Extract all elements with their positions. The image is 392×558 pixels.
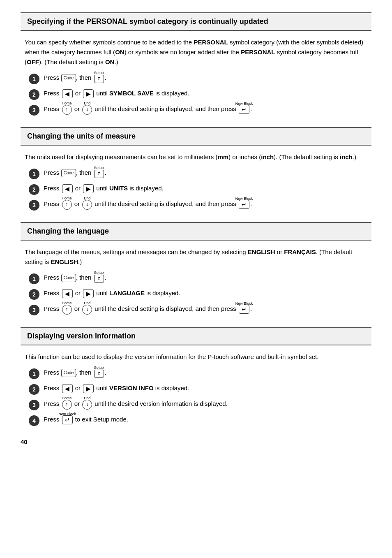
enter-key: New Block ↵ (239, 104, 249, 114)
step-3-units: 3 Press Home ↑ or End ↓ until the desire… (29, 199, 367, 211)
z-setup-key-l1: Setup z (94, 273, 104, 283)
enter-key-l: New Block ↵ (239, 304, 249, 314)
section-version-info: Displaying version information This func… (21, 327, 371, 426)
step-1-units: 1 Press Code, then Setup z . (29, 168, 367, 179)
step-content-3-version: Press Home ↑ or End ↓ until the desired … (44, 399, 367, 410)
right-scroll-key: ▶ (83, 89, 94, 99)
left-scroll-key: ◀ (62, 89, 73, 99)
step-content-1-units: Press Code, then Setup z . (44, 168, 367, 178)
code-key-v1: Code (61, 369, 76, 377)
steps-personal: 1 Press Code, then Setup z . 2 Press ◀ (29, 73, 367, 116)
section-header-units: Changing the units of measure (21, 127, 371, 146)
section-header-language: Changing the language (21, 222, 371, 241)
step-num-2: 2 (29, 89, 39, 100)
section-title-personal: Specifying if the PERSONAL symbol catego… (27, 17, 365, 26)
steps-version: 1 Press Code, then Setup z . 2 Press ◀ (29, 368, 367, 426)
step-num-3-version: 3 (29, 400, 39, 410)
step-num-3-units: 3 (29, 200, 39, 211)
setup-label: Setup (94, 70, 104, 76)
section-header-personal: Specifying if the PERSONAL symbol catego… (21, 12, 371, 31)
step-2-units: 2 Press ◀ or ▶ until UNITS is displayed. (29, 183, 367, 195)
step-num-4-version: 4 (29, 415, 39, 426)
section-body-language: The language of the menus, settings and … (21, 247, 371, 315)
step-num-2-language: 2 (29, 289, 39, 300)
left-scroll-key-l: ◀ (62, 289, 73, 299)
home-arrow-key-l: Home ↑ (62, 304, 72, 314)
section-units-measure: Changing the units of measure The units … (21, 127, 371, 211)
intro-units: The units used for displaying measuremen… (25, 152, 367, 162)
steps-language: 1 Press Code, then Setup z . 2 Press ◀ (29, 273, 367, 315)
right-scroll-key-v: ▶ (83, 384, 94, 394)
intro-personal: You can specify whether symbols continue… (25, 37, 367, 67)
section-body-personal: You can specify whether symbols continue… (21, 37, 371, 116)
code-key-l1: Code (61, 274, 76, 282)
step-num-2-units: 2 (29, 184, 39, 195)
step-content-1-language: Press Code, then Setup z . (44, 273, 367, 283)
end-label: End (84, 100, 90, 106)
home-arrow-key-v: Home ↑ (62, 399, 72, 409)
section-title-units: Changing the units of measure (27, 132, 365, 141)
step-content-2-personal: Press ◀ or ▶ until SYMBOL SAVE is displa… (44, 88, 367, 99)
step-content-3-personal: Press Home ↑ or End ↓ until the desired … (44, 104, 367, 115)
code-key: Code (61, 74, 76, 82)
new-block-label: New Block (235, 101, 253, 107)
z-key: z (94, 75, 104, 83)
z-setup-key-v1: Setup z (94, 368, 104, 378)
step-num-1-language: 1 (29, 273, 39, 284)
right-scroll-key-l: ▶ (83, 289, 94, 299)
end-arrow-key: End ↓ (82, 104, 92, 114)
step-2-personal: 2 Press ◀ or ▶ until SYMBOL SAVE is disp… (29, 88, 367, 100)
step-content-3-units: Press Home ↑ or End ↓ until the desired … (44, 199, 367, 210)
enter-key-u: New Block ↵ (239, 199, 249, 209)
step-3-personal: 3 Press Home ↑ or End ↓ until the desire… (29, 104, 367, 116)
step-num-3-language: 3 (29, 305, 39, 315)
section-language: Changing the language The language of th… (21, 222, 371, 315)
section-title-version: Displaying version information (27, 332, 365, 340)
home-arrow-key-u: Home ↑ (62, 199, 72, 209)
left-scroll-key-u: ◀ (62, 184, 73, 194)
step-content-2-units: Press ◀ or ▶ until UNITS is displayed. (44, 183, 367, 194)
step-num-1: 1 (29, 74, 39, 84)
step-content-2-language: Press ◀ or ▶ until LANGUAGE is displayed… (44, 288, 367, 299)
step-content-4-version: Press New Block ↵ to exit Setup mode. (44, 414, 367, 425)
z-setup-key: Setup z (94, 73, 104, 83)
z-setup-key-u1: Setup z (94, 168, 104, 178)
intro-version: This function can be used to display the… (25, 352, 367, 362)
step-1-language: 1 Press Code, then Setup z . (29, 273, 367, 284)
step-num-3: 3 (29, 105, 39, 116)
home-label: Home (62, 100, 72, 106)
end-arrow-key-l: End ↓ (82, 304, 92, 314)
step-content-3-language: Press Home ↑ or End ↓ until the desired … (44, 304, 367, 315)
step-3-version: 3 Press Home ↑ or End ↓ until the desire… (29, 399, 367, 410)
step-content-1-version: Press Code, then Setup z . (44, 368, 367, 378)
step-4-version: 4 Press New Block ↵ to exit Setup mode. (29, 414, 367, 426)
step-content-2-version: Press ◀ or ▶ until VERSION INFO is displ… (44, 383, 367, 394)
home-arrow-key: Home ↑ (62, 104, 72, 114)
end-arrow-key-v: End ↓ (82, 399, 92, 409)
code-key-u1: Code (61, 169, 76, 177)
step-num-2-version: 2 (29, 384, 39, 395)
end-arrow-key-u: End ↓ (82, 199, 92, 209)
step-1-personal: 1 Press Code, then Setup z . (29, 73, 367, 84)
intro-language: The language of the menus, settings and … (25, 247, 367, 267)
section-personal-symbol: Specifying if the PERSONAL symbol catego… (21, 12, 371, 116)
enter-key-v4: New Block ↵ (62, 415, 73, 425)
page-number: 40 (21, 438, 371, 445)
step-num-1-version: 1 (29, 368, 39, 379)
section-body-version: This function can be used to display the… (21, 352, 371, 426)
step-2-version: 2 Press ◀ or ▶ until VERSION INFO is dis… (29, 383, 367, 395)
step-content-1-personal: Press Code, then Setup z . (44, 73, 367, 83)
left-scroll-key-v: ◀ (62, 384, 73, 394)
section-title-language: Changing the language (27, 227, 365, 236)
step-3-language: 3 Press Home ↑ or End ↓ until the desire… (29, 304, 367, 315)
step-num-1-units: 1 (29, 169, 39, 179)
step-1-version: 1 Press Code, then Setup z . (29, 368, 367, 379)
right-scroll-key-u: ▶ (83, 184, 94, 194)
section-body-units: The units used for displaying measuremen… (21, 152, 371, 211)
step-2-language: 2 Press ◀ or ▶ until LANGUAGE is display… (29, 288, 367, 300)
section-header-version: Displaying version information (21, 327, 371, 345)
steps-units: 1 Press Code, then Setup z . 2 Press ◀ (29, 168, 367, 211)
